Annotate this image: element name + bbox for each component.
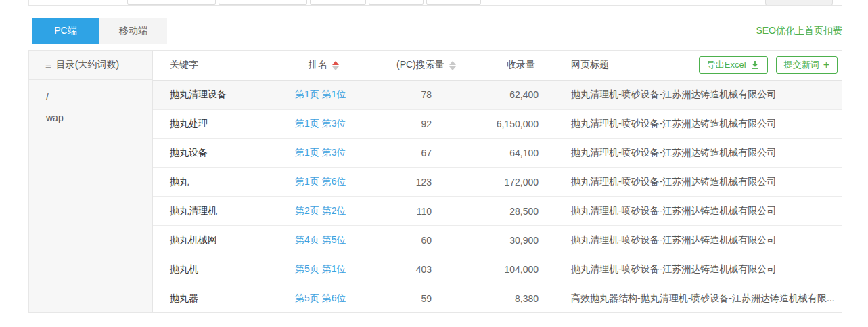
- rank-link[interactable]: 第4页 第5位: [295, 234, 346, 245]
- table-row: 抛丸机 第5页 第1位 403 104,000 抛丸清理机-喷砂设备-江苏洲达铸…: [153, 255, 842, 284]
- page-title-cell: 抛丸清理机-喷砂设备-江苏洲达铸造机械有限公司: [545, 196, 842, 225]
- search-volume-cell: 78: [396, 80, 478, 109]
- column-header-search-volume[interactable]: (PC)搜索量: [396, 51, 478, 80]
- index-count-cell: 28,500: [478, 196, 545, 225]
- keyword-table-area: 关键字 排名 (PC)搜索量 收录量 网页标题 导出Excel: [153, 51, 842, 312]
- page-title-cell: 高效抛丸器结构-抛丸清理机-喷砂设备-江苏洲达铸造机械有限...: [545, 284, 842, 313]
- export-excel-button[interactable]: 导出Excel: [699, 56, 768, 74]
- search-volume-cell: 110: [396, 196, 478, 225]
- table-row: 抛丸清理设备 第1页 第1位 78 62,400 抛丸清理机-喷砂设备-江苏洲达…: [153, 80, 842, 109]
- keyword-panel: ≡ 目录(大约词数) / wap 关键字 排名 (PC)搜索量 收录量: [28, 50, 842, 313]
- rank-cell: 第1页 第1位: [295, 80, 396, 109]
- rank-cell: 第1页 第3位: [295, 138, 396, 167]
- download-icon: [750, 60, 760, 70]
- index-count-cell: 64,100: [478, 138, 545, 167]
- keyword-cell: 抛丸清理机: [153, 196, 295, 225]
- table-row: 抛丸机械网 第4页 第5位 60 30,900 抛丸清理机-喷砂设备-江苏洲达铸…: [153, 225, 842, 255]
- column-header-rank[interactable]: 排名: [295, 51, 396, 80]
- page-title-cell: 抛丸清理机-喷砂设备-江苏洲达铸造机械有限公司: [545, 225, 842, 255]
- index-count-cell: 30,900: [478, 225, 545, 255]
- page-title-cell: 抛丸清理机-喷砂设备-江苏洲达铸造机械有限公司: [545, 109, 842, 138]
- keyword-cell: 抛丸机: [153, 255, 295, 284]
- filter-input[interactable]: [369, 0, 424, 5]
- rank-link[interactable]: 第5页 第1位: [295, 263, 346, 274]
- rank-link[interactable]: 第1页 第6位: [295, 176, 346, 187]
- plus-icon: +: [823, 60, 829, 70]
- rank-cell: 第5页 第6位: [295, 284, 396, 313]
- index-count-cell: 104,000: [478, 255, 545, 284]
- sidebar-title: 目录(大约词数): [56, 59, 119, 71]
- sidebar-item-wap[interactable]: wap: [29, 108, 152, 129]
- sort-icon-rank[interactable]: [332, 61, 339, 70]
- keyword-cell: 抛丸清理设备: [153, 80, 295, 109]
- seo-fee-link[interactable]: SEO优化上首页扣费: [756, 25, 842, 37]
- tab-mobile[interactable]: 移动端: [99, 18, 167, 44]
- filter-input[interactable]: [127, 0, 216, 5]
- keyword-table: 关键字 排名 (PC)搜索量 收录量 网页标题 导出Excel: [153, 51, 842, 313]
- keyword-cell: 抛丸机械网: [153, 225, 295, 255]
- index-count-cell: 8,380: [478, 284, 545, 313]
- index-count-cell: 6,150,000: [478, 109, 545, 138]
- column-header-index-count: 收录量: [478, 51, 545, 80]
- column-header-page-title: 网页标题 导出Excel 提交新词 +: [545, 51, 842, 80]
- page-title-cell: 抛丸清理机-喷砂设备-江苏洲达铸造机械有限公司: [545, 255, 842, 284]
- index-count-cell: 172,000: [478, 167, 545, 196]
- keyword-cell: 抛丸处理: [153, 109, 295, 138]
- page-title-cell: 抛丸清理机-喷砂设备-江苏洲达铸造机械有限公司: [545, 138, 842, 167]
- list-icon: ≡: [45, 60, 51, 71]
- filter-button[interactable]: [765, 0, 833, 5]
- table-row: 抛丸设备 第1页 第3位 67 64,100 抛丸清理机-喷砂设备-江苏洲达铸造…: [153, 138, 842, 167]
- table-body: 抛丸清理设备 第1页 第1位 78 62,400 抛丸清理机-喷砂设备-江苏洲达…: [153, 80, 842, 313]
- submit-new-words-button[interactable]: 提交新词 +: [776, 56, 838, 74]
- search-volume-cell: 123: [396, 167, 478, 196]
- keyword-cell: 抛丸设备: [153, 138, 295, 167]
- index-count-cell: 62,400: [478, 80, 545, 109]
- column-header-keyword: 关键字: [153, 51, 295, 80]
- page-title-cell: 抛丸清理机-喷砂设备-江苏洲达铸造机械有限公司: [545, 167, 842, 196]
- filter-input[interactable]: [219, 0, 307, 5]
- rank-cell: 第1页 第6位: [295, 167, 396, 196]
- rank-link[interactable]: 第1页 第3位: [295, 147, 346, 158]
- sidebar-items: / wap: [29, 80, 152, 129]
- search-volume-cell: 67: [396, 138, 478, 167]
- search-volume-cell: 60: [396, 225, 478, 255]
- directory-sidebar: ≡ 目录(大约词数) / wap: [29, 51, 153, 312]
- rank-cell: 第5页 第1位: [295, 255, 396, 284]
- table-row: 抛丸清理机 第2页 第2位 110 28,500 抛丸清理机-喷砂设备-江苏洲达…: [153, 196, 842, 225]
- tab-pc[interactable]: PC端: [32, 18, 99, 44]
- sort-icon-search-volume[interactable]: [449, 61, 456, 70]
- search-volume-cell: 92: [396, 109, 478, 138]
- rank-link[interactable]: 第1页 第1位: [295, 89, 346, 100]
- filter-input[interactable]: [426, 0, 481, 5]
- sidebar-item-root[interactable]: /: [29, 87, 152, 108]
- search-volume-cell: 403: [396, 255, 478, 284]
- page-title-cell: 抛丸清理机-喷砂设备-江苏洲达铸造机械有限公司: [545, 80, 842, 109]
- rank-cell: 第4页 第5位: [295, 225, 396, 255]
- keyword-cell: 抛丸器: [153, 284, 295, 313]
- device-tabs: PC端 移动端 SEO优化上首页扣费: [32, 18, 842, 44]
- rank-link[interactable]: 第5页 第6位: [295, 292, 346, 303]
- filter-bar-cutoff: [28, 0, 842, 6]
- header-buttons: 导出Excel 提交新词 +: [699, 56, 838, 74]
- rank-cell: 第1页 第3位: [295, 109, 396, 138]
- table-row: 抛丸处理 第1页 第3位 92 6,150,000 抛丸清理机-喷砂设备-江苏洲…: [153, 109, 842, 138]
- rank-link[interactable]: 第1页 第3位: [295, 118, 346, 129]
- rank-cell: 第2页 第2位: [295, 196, 396, 225]
- table-row: 抛丸 第1页 第6位 123 172,000 抛丸清理机-喷砂设备-江苏洲达铸造…: [153, 167, 842, 196]
- table-row: 抛丸器 第5页 第6位 59 8,380 高效抛丸器结构-抛丸清理机-喷砂设备-…: [153, 284, 842, 313]
- keyword-cell: 抛丸: [153, 167, 295, 196]
- sidebar-header: ≡ 目录(大约词数): [29, 51, 152, 80]
- filter-input[interactable]: [310, 0, 366, 5]
- search-volume-cell: 59: [396, 284, 478, 313]
- rank-link[interactable]: 第2页 第2位: [295, 205, 346, 216]
